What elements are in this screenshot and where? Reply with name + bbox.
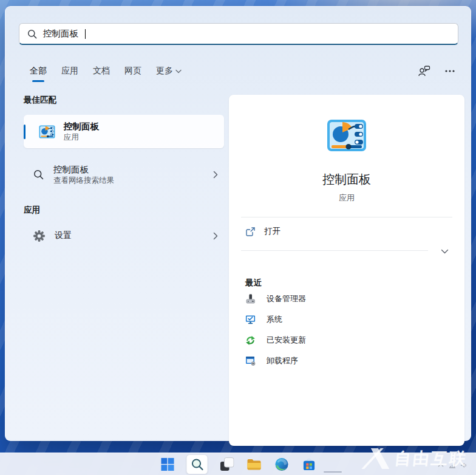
chevron-right-icon — [213, 232, 218, 240]
tab-all[interactable]: 全部 — [30, 66, 47, 77]
tab-more[interactable]: 更多 — [156, 66, 182, 77]
tray-volume-icon — [460, 462, 467, 468]
screen: 控制面板 全部 应用 文档 网页 更多 — [0, 0, 476, 475]
tab-documents[interactable]: 文档 — [93, 66, 110, 77]
more-options-icon[interactable] — [445, 70, 455, 72]
start-icon[interactable] — [159, 456, 176, 474]
recent-item-label: 设备管理器 — [267, 293, 306, 304]
best-match-result[interactable]: 控制面板 应用 — [24, 115, 224, 148]
open-label: 打开 — [264, 226, 280, 237]
tab-web[interactable]: 网页 — [124, 66, 141, 77]
recent-section-header: 最近 — [245, 278, 464, 289]
gear-icon — [33, 230, 45, 242]
recent-item-installed-updates[interactable]: 已安装更新 — [235, 330, 458, 350]
text-caret — [85, 29, 86, 39]
apps-section-header: 应用 — [24, 205, 224, 216]
search-query-text: 控制面板 — [43, 28, 78, 39]
search-filter-tabs: 全部 应用 文档 网页 更多 — [30, 63, 455, 80]
best-match-title: 控制面板 — [64, 121, 99, 132]
store-icon[interactable] — [301, 456, 318, 474]
feedback-account-icon[interactable] — [418, 66, 430, 77]
expand-chevron-down-icon[interactable] — [441, 246, 449, 257]
web-result-subtitle: 查看网络搜索结果 — [53, 176, 114, 185]
device-manager-icon — [245, 294, 256, 304]
divider — [241, 250, 428, 251]
best-match-header: 最佳匹配 — [24, 95, 224, 106]
edge-icon[interactable] — [273, 456, 290, 474]
tray-chevron-up-icon — [437, 462, 444, 468]
taskbar-dash — [324, 471, 342, 473]
recent-item-uninstall-program[interactable]: 卸载程序 — [235, 350, 458, 371]
file-explorer-icon[interactable] — [246, 456, 263, 474]
chevron-down-icon — [175, 69, 182, 73]
tray-network-icon — [449, 462, 456, 468]
taskbar — [0, 453, 476, 475]
web-search-result[interactable]: 控制面板 查看网络搜索结果 — [24, 159, 224, 190]
detail-title: 控制面板 — [229, 171, 464, 188]
result-detail-pane: 控制面板 应用 打开 最近 设备管理器 — [229, 95, 464, 446]
active-tab-underline — [32, 80, 44, 82]
search-icon — [33, 169, 44, 180]
system-tray[interactable] — [437, 462, 467, 468]
results-list: 最佳匹配 控制面板 应用 控制面板 查看网络搜索结果 — [24, 95, 224, 248]
web-result-title: 控制面板 — [53, 164, 114, 175]
uninstall-program-icon — [245, 356, 256, 366]
open-action[interactable]: 打开 — [235, 217, 458, 245]
search-input[interactable]: 控制面板 — [19, 23, 458, 45]
search-icon — [27, 29, 37, 39]
recent-item-label: 已安装更新 — [267, 335, 306, 346]
search-icon[interactable] — [186, 454, 208, 474]
control-panel-icon-large — [327, 119, 367, 152]
recent-item-system[interactable]: 系统 — [235, 309, 458, 330]
chevron-right-icon — [213, 171, 218, 179]
selection-accent-bar — [24, 125, 25, 139]
installed-updates-icon — [245, 335, 256, 346]
recent-item-label: 系统 — [267, 314, 282, 325]
tab-apps[interactable]: 应用 — [61, 66, 78, 77]
settings-label: 设置 — [55, 230, 72, 241]
task-view-icon[interactable] — [219, 456, 236, 474]
detail-subtitle: 应用 — [229, 193, 464, 203]
open-external-icon — [246, 227, 255, 236]
best-match-subtitle: 应用 — [64, 132, 99, 142]
search-flyout-panel: 控制面板 全部 应用 文档 网页 更多 — [5, 6, 471, 441]
result-settings[interactable]: 设置 — [24, 224, 224, 248]
system-icon — [245, 315, 256, 325]
recent-item-device-manager[interactable]: 设备管理器 — [235, 289, 458, 309]
control-panel-icon — [39, 125, 55, 138]
recent-item-label: 卸载程序 — [267, 355, 298, 366]
